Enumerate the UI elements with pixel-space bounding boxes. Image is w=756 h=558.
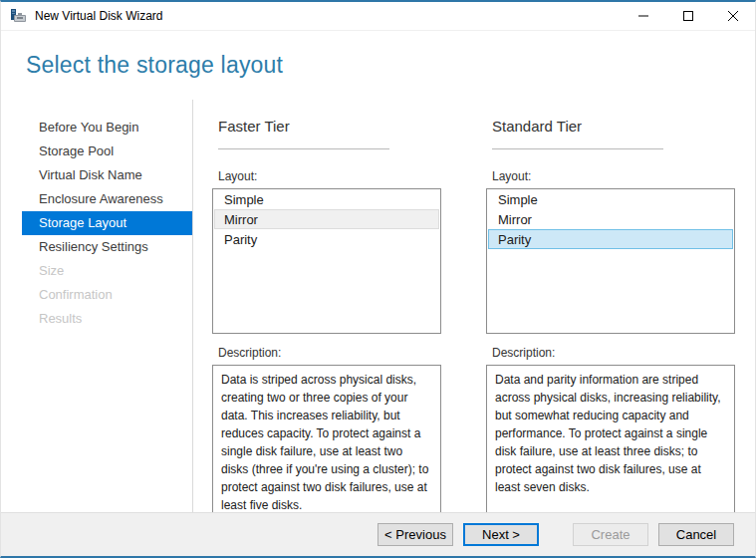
sidebar-item-results: Results (1, 307, 192, 331)
faster-option-simple[interactable]: Simple (214, 189, 439, 209)
faster-tier-divider (218, 148, 389, 149)
sidebar-item-resiliency-settings[interactable]: Resiliency Settings (1, 235, 192, 259)
wizard-footer: < Previous Next > Create Cancel (1, 512, 755, 556)
standard-option-mirror[interactable]: Mirror (488, 209, 733, 229)
faster-layout-label: Layout: (218, 169, 441, 183)
faster-description-label: Description: (218, 346, 441, 360)
standard-tier-title: Standard Tier (492, 118, 735, 135)
faster-tier-column: Faster Tier Layout: Simple Mirror Parity… (212, 116, 441, 513)
title-bar: New Virtual Disk Wizard (1, 2, 755, 31)
storage-layout-panel: Faster Tier Layout: Simple Mirror Parity… (193, 100, 755, 513)
cancel-button[interactable]: Cancel (658, 523, 734, 546)
standard-option-parity[interactable]: Parity (488, 229, 733, 249)
sidebar-item-confirmation: Confirmation (1, 283, 192, 307)
page-header: Select the storage layout (1, 31, 755, 100)
sidebar-item-virtual-disk-name[interactable]: Virtual Disk Name (1, 163, 192, 187)
standard-tier-column: Standard Tier Layout: Simple Mirror Pari… (486, 116, 735, 513)
faster-option-parity[interactable]: Parity (214, 229, 439, 249)
window-controls (621, 2, 755, 30)
standard-layout-listbox[interactable]: Simple Mirror Parity (486, 188, 735, 334)
faster-layout-listbox[interactable]: Simple Mirror Parity (212, 188, 441, 334)
create-button: Create (573, 523, 648, 546)
faster-option-mirror[interactable]: Mirror (214, 209, 439, 229)
standard-description-box: Data and parity information are striped … (486, 365, 735, 513)
maximize-icon[interactable] (665, 2, 710, 30)
window-title: New Virtual Disk Wizard (35, 9, 621, 23)
wizard-window: New Virtual Disk Wizard Select the stora… (0, 0, 756, 558)
previous-button[interactable]: < Previous (378, 523, 453, 546)
wizard-body: Before You Begin Storage Pool Virtual Di… (1, 100, 755, 513)
next-button[interactable]: Next > (463, 523, 539, 546)
close-icon[interactable] (710, 2, 755, 30)
faster-description-box: Data is striped across physical disks, c… (212, 365, 441, 513)
sidebar-item-size: Size (1, 259, 192, 283)
minimize-icon[interactable] (621, 2, 665, 30)
sidebar-item-storage-pool[interactable]: Storage Pool (1, 140, 192, 163)
standard-tier-divider (492, 148, 663, 149)
wizard-app-icon (11, 8, 27, 24)
sidebar-item-enclosure-awareness[interactable]: Enclosure Awareness (1, 187, 192, 211)
standard-layout-label: Layout: (492, 169, 735, 183)
page-title: Select the storage layout (26, 52, 283, 79)
standard-option-simple[interactable]: Simple (488, 189, 733, 209)
faster-tier-title: Faster Tier (218, 118, 441, 135)
standard-description-label: Description: (492, 346, 735, 360)
sidebar-item-before-you-begin[interactable]: Before You Begin (1, 116, 192, 140)
sidebar-item-storage-layout[interactable]: Storage Layout (22, 211, 192, 235)
wizard-steps-sidebar: Before You Begin Storage Pool Virtual Di… (1, 100, 193, 513)
